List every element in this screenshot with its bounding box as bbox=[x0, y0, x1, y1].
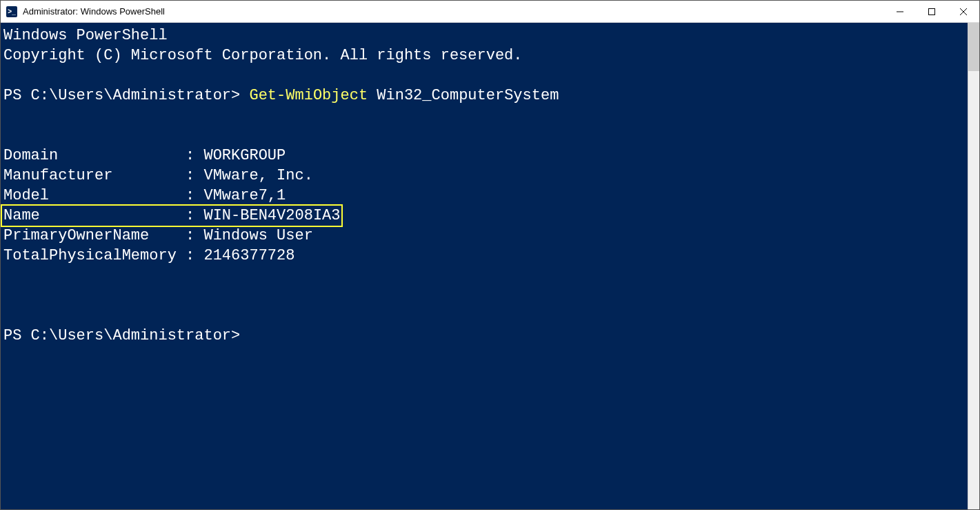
output-key: Model bbox=[3, 187, 186, 204]
output-colon: : bbox=[186, 247, 194, 264]
output-value: WIN-BEN4V208IA3 bbox=[194, 207, 340, 224]
output-key: Name bbox=[3, 207, 186, 224]
terminal-area-wrap: Windows PowerShell Copyright (C) Microso… bbox=[1, 23, 979, 509]
svg-rect-1 bbox=[929, 8, 935, 14]
terminal-area[interactable]: Windows PowerShell Copyright (C) Microso… bbox=[1, 23, 968, 509]
output-row-domain: Domain : WORKGROUP bbox=[3, 146, 965, 166]
output-key: TotalPhysicalMemory bbox=[3, 247, 186, 264]
vertical-scrollbar[interactable] bbox=[968, 23, 979, 509]
titlebar[interactable]: >_ Administrator: Windows PowerShell bbox=[1, 1, 979, 23]
terminal-banner-line2: Copyright (C) Microsoft Corporation. All… bbox=[3, 47, 523, 64]
output-colon: : bbox=[186, 187, 194, 204]
prompt-path: PS C:\Users\Administrator> bbox=[3, 327, 240, 344]
output-colon: : bbox=[186, 147, 194, 164]
scrollbar-thumb[interactable] bbox=[968, 23, 979, 71]
terminal-prompt-idle[interactable]: PS C:\Users\Administrator> bbox=[3, 326, 965, 346]
output-row-manufacturer: Manufacturer : VMware, Inc. bbox=[3, 166, 965, 186]
window-title: Administrator: Windows PowerShell bbox=[23, 6, 165, 17]
window-controls bbox=[884, 1, 979, 22]
powershell-window: >_ Administrator: Windows PowerShell Win… bbox=[0, 0, 980, 510]
maximize-button[interactable] bbox=[916, 1, 948, 22]
output-row-model: Model : VMware7,1 bbox=[3, 186, 965, 206]
output-colon: : bbox=[186, 167, 194, 184]
terminal-banner-line1: Windows PowerShell bbox=[3, 27, 168, 44]
close-button[interactable] bbox=[948, 1, 979, 22]
powershell-icon-label: >_ bbox=[8, 8, 15, 15]
cmdlet-argument: Win32_ComputerSystem bbox=[368, 87, 559, 104]
titlebar-left: >_ Administrator: Windows PowerShell bbox=[6, 6, 165, 17]
minimize-button[interactable] bbox=[884, 1, 916, 22]
output-row-primaryownername: PrimaryOwnerName : Windows User bbox=[3, 226, 965, 246]
maximize-icon bbox=[928, 8, 935, 15]
powershell-icon: >_ bbox=[6, 6, 17, 17]
output-key: PrimaryOwnerName bbox=[3, 227, 186, 244]
output-colon: : bbox=[186, 207, 194, 224]
output-value: VMware7,1 bbox=[194, 187, 286, 204]
output-key: Domain bbox=[3, 147, 186, 164]
output-value: VMware, Inc. bbox=[194, 167, 313, 184]
output-row-name: Name : WIN-BEN4V208IA3 bbox=[3, 206, 965, 226]
prompt-path: PS C:\Users\Administrator> bbox=[3, 87, 249, 104]
output-colon: : bbox=[186, 227, 194, 244]
output-value: WORKGROUP bbox=[194, 147, 286, 164]
output-value: Windows User bbox=[194, 227, 313, 244]
close-icon bbox=[960, 8, 967, 15]
minimize-icon bbox=[897, 8, 903, 15]
output-key: Manufacturer bbox=[3, 167, 186, 184]
highlighted-row: Name : WIN-BEN4V208IA3 bbox=[1, 204, 343, 227]
terminal-command-line: PS C:\Users\Administrator> Get-WmiObject… bbox=[3, 86, 965, 106]
cmdlet-name: Get-WmiObject bbox=[249, 87, 368, 104]
output-row-totalphysicalmemory: TotalPhysicalMemory : 2146377728 bbox=[3, 246, 965, 266]
output-value: 2146377728 bbox=[194, 247, 294, 264]
